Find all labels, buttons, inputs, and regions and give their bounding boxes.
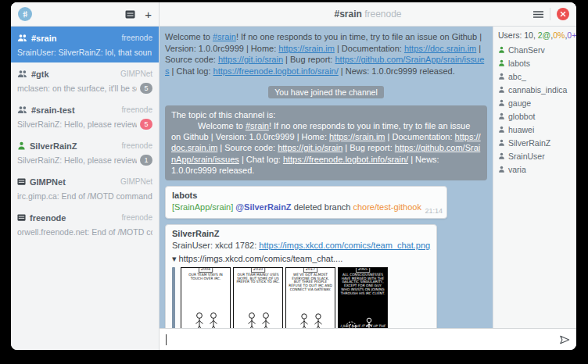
chat-preview: SilverRainZ: Hello, please review htt... [17,120,137,129]
person-icon [498,59,505,66]
nick: SilverRainZ [508,138,550,148]
source-link[interactable]: https://git.io/srain [218,55,283,64]
person-icon [498,126,505,133]
welcome-text: | Bug report: [283,55,335,64]
mention: @SilverRainZ [235,202,291,212]
comic-panel-4: 2065 ALL CONSCIOUSNESSES HAVE MERGED WIT… [338,267,388,329]
nick: globbot [508,112,535,121]
nick: cannabis_indica [508,85,567,95]
nick: SrainUser [508,152,545,161]
page-title: #srain freenode [160,9,576,20]
channel-link[interactable]: #srain [246,121,269,130]
user-list-item[interactable]: globbot [498,109,572,123]
close-icon [560,11,566,17]
comic-panel-2: 2010 OUR TEAM MAINLY USES SKYPE, BUT SOM… [233,267,283,329]
nick: varia [508,165,526,174]
chat-list-sidebar: # + #srain freen [11,2,160,350]
comic-panel-3: 2017 WE'VE GOT ALMOST EVERYONE ON SLACK,… [285,267,335,329]
docs-link[interactable]: https://doc.srain.im [404,44,476,53]
add-chat-button[interactable]: + [145,9,152,20]
sidebar-item-gimpnet[interactable]: GIMPNet GIMPNet irc.gimp.ca: End of /MOT… [11,170,159,206]
list-icon [125,10,135,19]
title-network: freenode [364,9,401,20]
source-link[interactable]: https://git.io/srain [278,143,342,152]
message-input[interactable] [167,329,553,350]
nick: labots [508,59,530,68]
chat-name: #srain [31,34,56,43]
chat-network: freenode [122,213,152,222]
chatlog-link[interactable]: https://freenode.logbot.info/srain/ [283,155,408,164]
user-list-item[interactable]: gauge [498,96,572,109]
user-list-item[interactable]: huawei [498,123,572,136]
welcome-text: Welcome to [165,32,213,41]
user-list-item[interactable]: ChanServ [498,43,572,56]
person-icon [17,141,26,150]
menu-button[interactable] [533,11,543,18]
home-link[interactable]: https://srain.im [329,132,385,141]
chat-preview: mclasen: on the surface, it'll be som... [17,84,137,93]
main-header: #srain freenode [160,2,576,27]
person-icon [498,166,505,173]
panel-caption: OUR TEAM STAYS IN TOUCH OVER IRC. [183,273,228,280]
galaxy-and-figure [341,316,385,329]
welcome-notice: Welcome to #srain! If no one responds to… [165,31,487,77]
sidebar-item-srain[interactable]: #srain freenode SrainUser: SilverRainZ: … [11,27,159,62]
user-list-item[interactable]: labots [498,56,572,70]
preview-quote-bar [172,267,175,329]
joined-notice: You have joined the channel [268,86,384,98]
user-list-item[interactable]: cannabis_indica [498,83,572,96]
chat-preview: irc.gimp.ca: End of /MOTD command. [17,191,152,201]
srain-app-window: # + #srain freen [11,2,576,350]
message-list[interactable]: Welcome to #srain! If no one responds to… [160,27,493,328]
sidebar-item-srain-test[interactable]: #srain-test freenode SilverRainZ: Hello,… [11,98,159,134]
chat-network: freenode [122,105,152,114]
repo-tag: [SrainApp/srain] [172,202,233,212]
chat-preview: SilverRainZ: Hello, please review htt... [17,155,137,165]
user-list-item[interactable]: abc_ [498,70,572,83]
user-list-item[interactable]: SrainUser [498,149,572,162]
topic-intro: The topic of this channel is: [171,109,481,120]
stick-figures [184,311,228,329]
stick-figures [289,312,332,329]
home-link[interactable]: https://srain.im [278,44,335,53]
user-list-panel: Users: 10, 2@,0%,0+ ChanServ labots abc_… [493,27,576,328]
chat-list-menu-button[interactable] [125,10,135,19]
sidebar-item-gtk[interactable]: #gtk GIMPNet mclasen: on the surface, it… [11,62,159,98]
timestamp: 21:14 [425,206,443,216]
server-icon [17,213,26,222]
user-list-item[interactable]: SilverRainZ [498,136,572,149]
channel-users-icon [17,70,27,78]
unread-badge: 1 [140,155,152,166]
message-input-bar [160,328,576,350]
message-silverrainz: SilverRainZ SrainUser: xkcd 1782: https:… [165,224,437,328]
person-icon [498,99,505,106]
users-count-header: Users: 10, 2@,0%,0+ [498,30,572,40]
sidebar-item-freenode[interactable]: freenode freenode orwell.freenode.net: E… [11,206,159,242]
chat-name: GIMPNet [30,177,66,187]
person-icon [498,46,505,53]
nick: ChanServ [508,45,545,55]
message-sender: labots [172,190,421,202]
xkcd-comic-image: 2004 OUR TEAM STAYS IN TOUCH OVER IRC. 2… [181,267,388,329]
user-list-item[interactable]: varia [498,162,572,176]
stick-figures [236,311,280,329]
chat-network: GIMPNet [120,70,152,78]
send-button[interactable] [553,329,576,350]
channel-link[interactable]: #srain [213,32,236,41]
message-body: [SrainApp/srain] @SilverRainZ deleted br… [172,202,421,213]
chatlog-link[interactable]: https://freenode.logbot.info/srain/ [213,66,339,76]
person-icon [498,86,505,93]
chat-preview: orwell.freenode.net: End of /MOTD co... [17,227,152,237]
person-icon [498,73,505,80]
panel-caption: WE'VE GOT ALMOST EVERYONE ON SLACK, BUT … [288,273,333,291]
title-channel: #srain [334,9,361,20]
sidebar-item-silverrainz[interactable]: SilverRainZ freenode SilverRainZ: Hello,… [11,134,159,170]
preview-expander[interactable]: ▾ https://imgs.xkcd.com/comics/team_chat… [172,253,430,265]
sidebar-header: # + [11,2,159,27]
xkcd-image-link[interactable]: https://imgs.xkcd.com/comics/team_chat.p… [259,241,430,250]
chat-network: freenode [122,34,152,42]
nick: gauge [508,98,531,108]
close-button[interactable] [557,8,569,20]
message-body: SrainUser: xkcd 1782: https://imgs.xkcd.… [172,240,430,252]
welcome-text: | Chat log: [170,66,213,76]
